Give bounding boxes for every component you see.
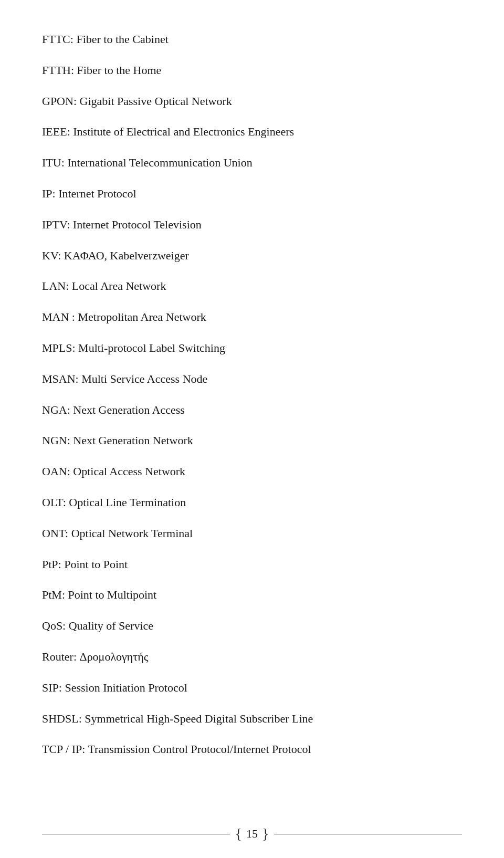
term-item-iptv: IPTV: Internet Protocol Television bbox=[42, 217, 462, 233]
footer-brace-left: { bbox=[235, 825, 242, 842]
term-item-oan: OAN: Optical Access Network bbox=[42, 464, 462, 480]
page-footer: { 15 } bbox=[0, 825, 504, 842]
term-item-ftth: FTTH: Fiber to the Home bbox=[42, 62, 462, 79]
term-item-tcp: TCP / IP: Transmission Control Protocol/… bbox=[42, 741, 462, 758]
term-item-ieee: IEEE: Institute of Electrical and Electr… bbox=[42, 124, 462, 140]
term-item-shdsl: SHDSL: Symmetrical High-Speed Digital Su… bbox=[42, 711, 462, 727]
term-item-qos: QoS: Quality of Service bbox=[42, 618, 462, 634]
term-item-router: Router: Δρομολογητής bbox=[42, 649, 462, 665]
footer-line-right bbox=[274, 834, 462, 834]
term-item-mpls: MPLS: Multi-protocol Label Switching bbox=[42, 340, 462, 357]
term-item-itu: ITU: International Telecommunication Uni… bbox=[42, 155, 462, 171]
footer-brace-right: } bbox=[262, 825, 269, 842]
term-item-olt: OLT: Optical Line Termination bbox=[42, 495, 462, 511]
term-item-fttc: FTTC: Fiber to the Cabinet bbox=[42, 32, 462, 48]
term-item-msan: MSAN: Multi Service Access Node bbox=[42, 371, 462, 388]
term-item-ptm: PtM: Point to Multipoint bbox=[42, 587, 462, 603]
page-number: 15 bbox=[246, 827, 258, 841]
term-item-ptp: PtP: Point to Point bbox=[42, 557, 462, 573]
footer-line-left bbox=[42, 834, 230, 834]
term-item-sip: SIP: Session Initiation Protocol bbox=[42, 680, 462, 696]
term-item-ngn: NGN: Next Generation Network bbox=[42, 433, 462, 449]
term-item-ont: ONT: Optical Network Terminal bbox=[42, 526, 462, 542]
glossary-list: FTTC: Fiber to the CabinetFTTH: Fiber to… bbox=[42, 32, 462, 758]
term-item-lan: LAN: Local Area Network bbox=[42, 278, 462, 295]
term-item-ip: IP: Internet Protocol bbox=[42, 186, 462, 202]
term-item-man: MAN : Metropolitan Area Network bbox=[42, 309, 462, 326]
term-item-nga: NGA: Next Generation Access bbox=[42, 402, 462, 418]
term-item-kv: KV: ΚΑΦΑΟ, Kabelverzweiger bbox=[42, 248, 462, 264]
term-item-gpon: GPON: Gigabit Passive Optical Network bbox=[42, 93, 462, 110]
